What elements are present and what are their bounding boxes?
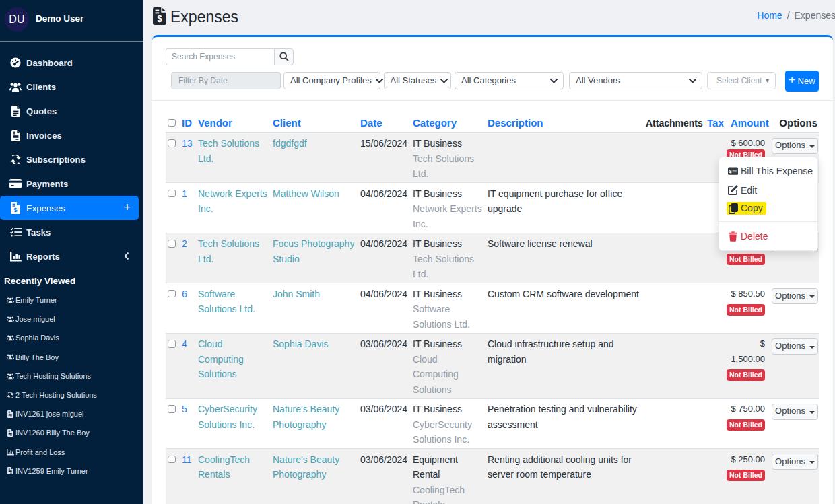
- svg-text:$: $: [13, 207, 17, 213]
- svg-text:$: $: [157, 13, 162, 24]
